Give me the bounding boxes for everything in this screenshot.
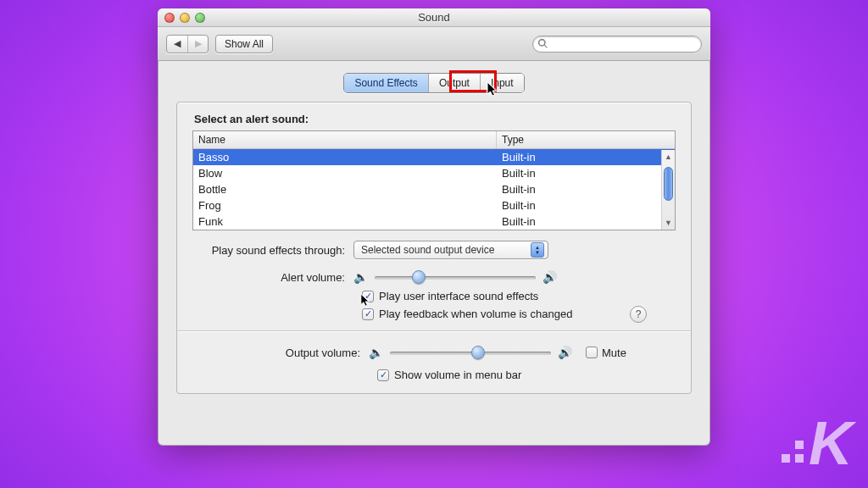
ui-sounds-label: Play user interface sound effects: [379, 290, 538, 302]
window-title: Sound: [158, 11, 710, 24]
tab-sound-effects[interactable]: Sound Effects: [344, 74, 428, 92]
effects-through-popup[interactable]: Selected sound output device ▲▼: [353, 241, 548, 259]
alert-volume-row: Alert volume: 🔈 🔊: [192, 269, 676, 285]
volume-high-icon: 🔊: [542, 270, 557, 284]
scroll-up-icon[interactable]: ▲: [662, 150, 675, 164]
sound-prefs-window: Sound ◀ ▶ Show All Sound Effects Output …: [158, 8, 710, 446]
effects-through-label: Play sound effects through:: [192, 244, 353, 257]
titlebar[interactable]: Sound: [158, 8, 710, 27]
alert-sound-heading: Select an alert sound:: [192, 113, 676, 125]
watermark-dots-icon: [782, 441, 804, 463]
show-all-button[interactable]: Show All: [215, 35, 273, 53]
mute-row: Mute: [586, 347, 626, 359]
separator: [177, 330, 691, 331]
back-button[interactable]: ◀: [167, 36, 187, 53]
output-volume-knob[interactable]: [471, 346, 485, 359]
menubar-checkbox[interactable]: ✓: [377, 369, 389, 381]
output-volume-row: Output volume: 🔈 🔊 Mute: [208, 345, 660, 360]
table-body[interactable]: Basso Built-in Blow Built-in Bottle Buil…: [193, 149, 675, 230]
volume-low-icon: 🔈: [369, 346, 383, 359]
tab-output[interactable]: Output: [428, 74, 480, 92]
col-type[interactable]: Type: [497, 131, 675, 148]
toolbar: ◀ ▶ Show All: [158, 27, 710, 61]
ui-sounds-row: ✓ Play user interface sound effects: [362, 290, 676, 302]
mute-checkbox[interactable]: [586, 347, 598, 358]
forward-button[interactable]: ▶: [187, 36, 208, 53]
tabs-row: Sound Effects Output Input: [176, 73, 692, 93]
output-volume-label: Output volume:: [208, 347, 369, 359]
scrollbar[interactable]: ▲ ▼: [661, 150, 675, 230]
scroll-down-icon[interactable]: ▼: [662, 216, 675, 230]
col-name[interactable]: Name: [193, 131, 497, 148]
vol-feedback-checkbox[interactable]: ✓: [362, 308, 374, 320]
search-icon: [537, 38, 548, 49]
watermark: K: [782, 408, 851, 478]
back-arrow-icon: ◀: [174, 38, 181, 49]
mute-label: Mute: [602, 347, 626, 359]
help-button[interactable]: ?: [630, 306, 647, 323]
menubar-row: ✓ Show volume in menu bar: [377, 369, 660, 381]
table-row[interactable]: Bottle Built-in: [193, 181, 675, 197]
table-row[interactable]: Funk Built-in: [193, 214, 675, 230]
effects-through-value: Selected sound output device: [361, 244, 494, 256]
volume-high-icon: 🔊: [558, 346, 572, 359]
search-wrap: [532, 36, 702, 53]
watermark-letter: K: [809, 408, 851, 478]
popup-stepper-icon: ▲▼: [531, 242, 544, 258]
effects-through-row: Play sound effects through: Selected sou…: [192, 241, 676, 259]
table-row[interactable]: Blow Built-in: [193, 165, 675, 181]
table-header: Name Type: [193, 131, 675, 149]
alert-volume-slider[interactable]: [375, 269, 536, 285]
search-input[interactable]: [532, 36, 702, 53]
volume-low-icon: 🔈: [353, 270, 368, 284]
alert-volume-label: Alert volume:: [192, 271, 353, 284]
table-row[interactable]: Frog Built-in: [193, 197, 675, 214]
menubar-label: Show volume in menu bar: [394, 369, 521, 381]
alert-volume-knob[interactable]: [412, 270, 426, 284]
sound-effects-panel: Select an alert sound: Name Type Basso B…: [176, 102, 692, 394]
vol-feedback-label: Play feedback when volume is changed: [379, 308, 572, 320]
cursor-icon: [487, 81, 500, 103]
scroll-thumb[interactable]: [664, 167, 673, 201]
nav-back-forward: ◀ ▶: [166, 35, 209, 53]
vol-feedback-row: ✓ Play feedback when volume is changed ?: [362, 308, 676, 320]
alert-sounds-table: Name Type Basso Built-in Blow Built-in B…: [192, 130, 676, 230]
output-volume-slider[interactable]: [390, 345, 551, 360]
table-row[interactable]: Basso Built-in: [193, 149, 675, 165]
forward-arrow-icon: ▶: [195, 38, 202, 49]
